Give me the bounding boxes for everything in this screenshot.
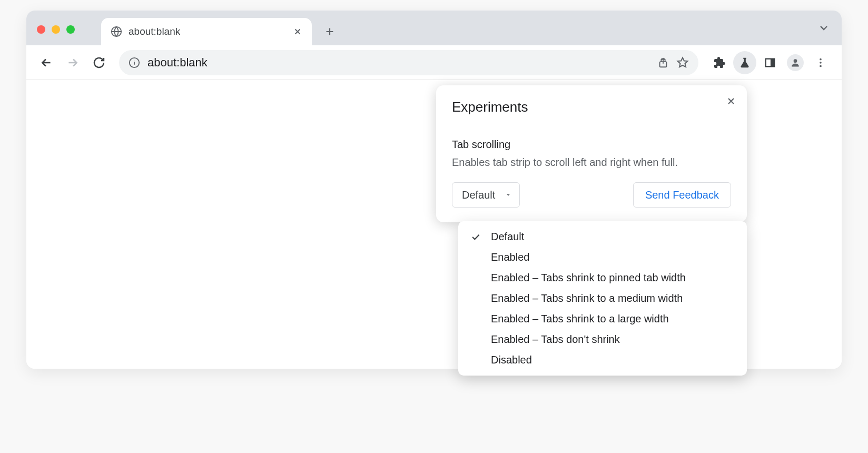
dropdown-option-label: Enabled – Tabs shrink to a medium width xyxy=(491,292,683,304)
toolbar-right xyxy=(708,51,832,74)
browser-window: about:blank about:blank xyxy=(26,11,842,369)
dropdown-option[interactable]: Enabled – Tabs don't shrink xyxy=(458,329,747,350)
flag-dropdown: DefaultEnabledEnabled – Tabs shrink to p… xyxy=(458,221,747,376)
svg-point-7 xyxy=(820,62,822,64)
toolbar: about:blank xyxy=(26,45,842,80)
dropdown-option-label: Disabled xyxy=(491,354,532,366)
dropdown-option[interactable]: Disabled xyxy=(458,350,747,370)
svg-rect-4 xyxy=(771,58,774,66)
avatar-icon xyxy=(787,54,804,71)
flag-controls-row: Default Send Feedback xyxy=(452,182,731,208)
svg-point-8 xyxy=(820,65,822,67)
address-bar[interactable]: about:blank xyxy=(119,50,698,75)
back-button[interactable] xyxy=(36,52,57,73)
side-panel-button[interactable] xyxy=(758,51,782,74)
dropdown-option[interactable]: Default xyxy=(458,226,747,247)
share-icon[interactable] xyxy=(657,57,669,68)
dropdown-option-label: Enabled – Tabs shrink to pinned tab widt… xyxy=(491,272,686,284)
popover-title: Experiments xyxy=(452,99,731,115)
flag-select[interactable]: Default xyxy=(452,182,520,208)
star-icon[interactable] xyxy=(676,56,689,69)
experiments-button[interactable] xyxy=(733,51,756,74)
profile-button[interactable] xyxy=(784,51,807,74)
tab-title: about:blank xyxy=(129,26,293,37)
window-close[interactable] xyxy=(37,25,45,34)
select-value: Default xyxy=(462,189,495,201)
dropdown-option-label: Enabled xyxy=(491,251,529,263)
dropdown-option-label: Default xyxy=(491,231,524,243)
svg-point-6 xyxy=(820,58,822,60)
dropdown-option[interactable]: Enabled xyxy=(458,247,747,268)
dropdown-option[interactable]: Enabled – Tabs shrink to pinned tab widt… xyxy=(458,268,747,288)
globe-icon xyxy=(111,26,122,37)
experiments-popover: Experiments Tab scrolling Enables tab st… xyxy=(436,85,747,222)
flag-description: Enables tab strip to scroll left and rig… xyxy=(452,155,731,170)
flag-title: Tab scrolling xyxy=(452,139,731,151)
close-icon[interactable] xyxy=(293,27,302,36)
browser-tab[interactable]: about:blank xyxy=(101,18,312,45)
svg-point-5 xyxy=(794,59,797,63)
dropdown-option[interactable]: Enabled – Tabs shrink to a medium width xyxy=(458,288,747,309)
window-minimize[interactable] xyxy=(52,25,60,34)
tab-strip: about:blank xyxy=(26,11,842,45)
check-icon xyxy=(469,232,482,242)
window-controls xyxy=(35,25,80,45)
close-icon[interactable] xyxy=(723,93,739,110)
send-feedback-button[interactable]: Send Feedback xyxy=(633,182,731,208)
caret-down-icon xyxy=(505,191,512,199)
extensions-button[interactable] xyxy=(708,51,731,74)
window-zoom[interactable] xyxy=(66,25,75,34)
dropdown-option[interactable]: Enabled – Tabs shrink to a large width xyxy=(458,309,747,329)
forward-button[interactable] xyxy=(62,52,83,73)
chevron-down-icon[interactable] xyxy=(817,22,830,34)
dropdown-option-label: Enabled – Tabs shrink to a large width xyxy=(491,313,669,325)
menu-button[interactable] xyxy=(809,51,832,74)
dropdown-option-label: Enabled – Tabs don't shrink xyxy=(491,333,620,346)
url-text: about:blank xyxy=(147,56,650,70)
info-icon[interactable] xyxy=(129,57,140,68)
reload-button[interactable] xyxy=(88,52,110,73)
new-tab-button[interactable] xyxy=(319,21,340,42)
